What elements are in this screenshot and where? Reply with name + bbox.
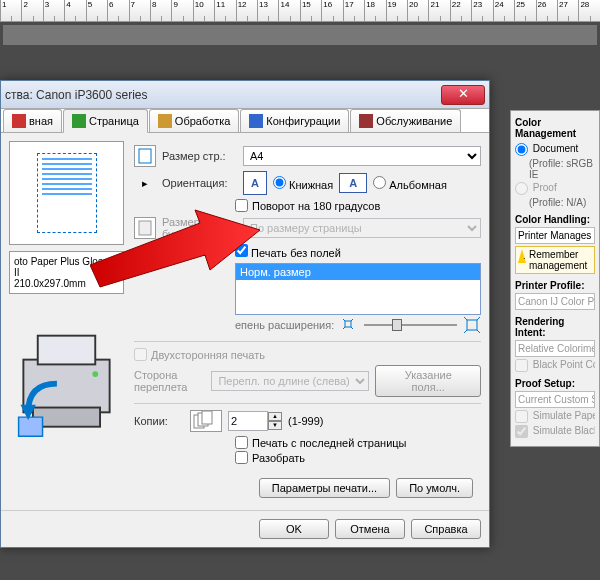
tab-1[interactable]: Страница [63,109,148,133]
preview-page-icon [37,153,97,233]
warning-icon [518,249,526,263]
svg-line-11 [343,327,345,329]
svg-line-12 [351,327,353,329]
tab-icon [359,114,373,128]
paper-info: oto Paper Plus Glossy II 210.0x297.0mm [9,251,124,294]
layout-label: Макет страницы: [134,246,229,258]
dialog-tabs: внаяСтраницаОбработкаКонфигурацииОбслужи… [1,109,489,133]
tab-0[interactable]: вная [3,109,62,132]
cm-rendering: Relative Colorimetric [515,340,595,357]
cm-printer-profile: Canon IJ Color Print [515,293,595,310]
cm-proof-radio[interactable]: Proof [515,182,595,195]
binding-label: Сторона переплета [134,369,205,393]
tab-3[interactable]: Конфигурации [240,109,349,132]
rotate-180-check[interactable] [235,199,248,212]
paper-size-label: Размер бумаги [162,216,237,240]
print-properties-dialog: ства: Canon iP3600 series ✕ внаяСтраница… [0,80,490,548]
duplex-check [134,348,147,361]
color-management-panel: Color Management Document (Profile: sRGB… [510,110,600,447]
orientation-icon: ▸ [134,177,156,190]
ok-button[interactable]: OK [259,519,329,539]
svg-point-5 [92,371,98,377]
svg-line-14 [464,317,467,320]
svg-line-10 [351,319,353,321]
svg-rect-0 [23,360,109,413]
svg-rect-20 [202,411,212,424]
layout-item-selected[interactable]: Норм. размер [236,264,480,280]
cm-title: Color Management [515,117,595,139]
extension-label: епень расширения: [235,319,334,331]
page-size-label: Размер стр.: [162,150,237,162]
svg-rect-7 [139,221,151,235]
small-extent-icon [340,316,358,334]
copies-range: (1-999) [288,415,323,427]
svg-rect-8 [345,321,351,327]
cm-proof-setup: Current Custom Set [515,391,595,408]
page-size-select[interactable]: A4 [243,146,481,166]
landscape-radio[interactable]: Альбомная [373,176,447,191]
ruler: 1234567891011121314151617181920212223242… [0,0,600,22]
close-button[interactable]: ✕ [441,85,485,105]
svg-rect-13 [467,320,477,330]
paper-size-select: По размеру страницы [243,218,481,238]
collate-check[interactable] [235,451,248,464]
copies-icon [190,410,222,432]
svg-line-15 [477,317,480,320]
page-preview [9,141,124,245]
tab-2[interactable]: Обработка [149,109,239,132]
extension-slider[interactable] [364,315,457,335]
cm-printer-profile-label: Printer Profile: [515,280,595,291]
dialog-title: ства: Canon iP3600 series [5,88,441,102]
cm-profile-na: (Profile: N/A) [515,197,595,208]
portrait-radio[interactable]: Книжная [273,176,333,191]
spin-up[interactable]: ▲ [268,412,282,421]
cm-proof-setup-label: Proof Setup: [515,378,595,389]
tab-icon [158,114,172,128]
dialog-titlebar[interactable]: ства: Canon iP3600 series ✕ [1,81,489,109]
svg-rect-6 [139,149,151,163]
landscape-icon: A [339,173,367,193]
paper-size-icon [134,217,156,239]
cancel-button[interactable]: Отмена [335,519,405,539]
cm-profile: (Profile: sRGB IE [515,158,595,180]
copies-spinner[interactable]: ▲▼ [228,411,282,431]
tab-icon [72,114,86,128]
copies-input[interactable] [228,411,268,431]
tab-icon [249,114,263,128]
page-size-icon [134,145,156,167]
print-params-button[interactable]: Параметры печати... [259,478,390,498]
cm-handling-label: Color Handling: [515,214,595,225]
layout-list[interactable]: Норм. размер [235,263,481,315]
cm-sim-paper-check: Simulate Paper [515,410,595,423]
cm-blackpoint-check: Black Point Com [515,359,595,372]
tab-icon [12,114,26,128]
cm-document-radio[interactable]: Document [515,143,595,156]
svg-marker-3 [19,417,43,436]
portrait-icon: A [243,171,267,195]
borderless-check[interactable]: Печать без полей [235,244,341,259]
large-extent-icon [463,316,481,334]
svg-rect-1 [38,336,96,365]
cm-handling-select[interactable]: Printer Manages Col [515,227,595,244]
help-button[interactable]: Справка [411,519,481,539]
cm-warning: Remember management [515,246,595,274]
binding-select: Перепл. по длине (слева) [211,371,369,391]
spin-down[interactable]: ▼ [268,421,282,430]
cm-sim-black-check: Simulate Black I [515,425,595,438]
defaults-button[interactable]: По умолч. [396,478,473,498]
svg-line-17 [477,330,480,333]
layout-item[interactable] [236,280,480,296]
svg-line-16 [464,330,467,333]
last-page-check[interactable] [235,436,248,449]
margin-button: Указание поля... [375,365,481,397]
svg-line-9 [343,319,345,321]
cm-rendering-label: Rendering Intent: [515,316,595,338]
copies-label: Копии: [134,415,184,427]
printer-icon [9,304,124,444]
orientation-label: Ориентация: [162,177,237,189]
tab-4[interactable]: Обслуживание [350,109,461,132]
